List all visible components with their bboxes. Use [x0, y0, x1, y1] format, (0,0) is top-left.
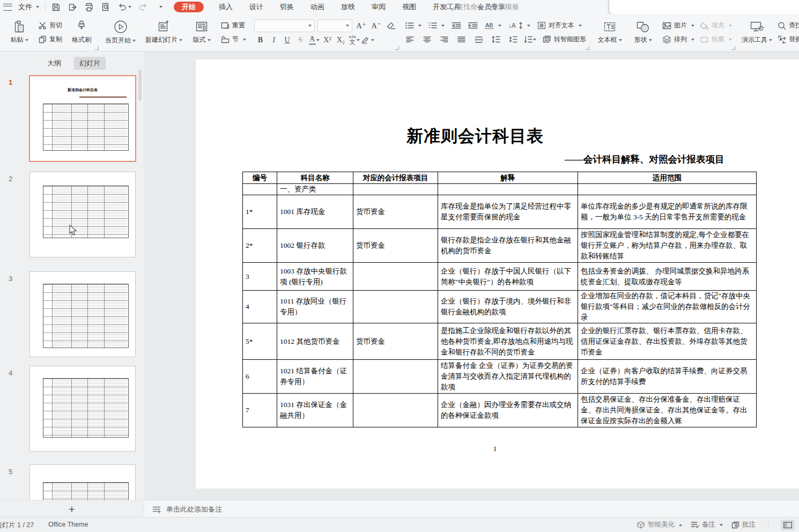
- export-button[interactable]: [66, 1, 79, 13]
- undo-button[interactable]: [116, 1, 133, 13]
- notes-bar[interactable]: 单击此处添加备注: [144, 500, 799, 518]
- command-search[interactable]: 查找命令、搜索模板: [445, 2, 519, 12]
- tab-slides-pane[interactable]: 幻灯片: [74, 57, 106, 70]
- thumbnail-scrollbar[interactable]: [138, 70, 142, 101]
- increase-indent-button[interactable]: [467, 20, 479, 32]
- menu-icon[interactable]: [3, 4, 12, 11]
- tab-design[interactable]: 设计: [248, 2, 265, 12]
- decrease-font-button[interactable]: A⁻: [370, 20, 382, 32]
- bullets-button[interactable]: [404, 20, 423, 32]
- chevron-down-icon: [36, 6, 39, 8]
- text-box-button[interactable]: 文本框: [594, 20, 625, 45]
- align-text-button[interactable]: 对齐文本: [536, 20, 583, 32]
- beautify-icon: [637, 521, 645, 529]
- fill-button[interactable]: 填充: [698, 20, 734, 32]
- picture-button[interactable]: 图片: [661, 20, 696, 32]
- smart-graphic-button[interactable]: 转智能图形: [541, 34, 588, 46]
- slide-title[interactable]: 新准则会计科目表: [406, 125, 544, 147]
- save-button[interactable]: [49, 1, 62, 13]
- file-menu[interactable]: 文件: [16, 1, 41, 13]
- subscript-button[interactable]: X₂: [335, 34, 347, 46]
- shapes-icon: [636, 20, 650, 33]
- play-from-current-button[interactable]: 当页开始: [103, 20, 137, 45]
- tab-view[interactable]: 视图: [401, 2, 418, 12]
- add-slide-button[interactable]: +: [69, 504, 75, 515]
- replace-button[interactable]: 替换: [776, 34, 799, 46]
- slide-thumbnail-1[interactable]: 新准则会计科目表: [29, 75, 136, 162]
- align-left-button[interactable]: [404, 34, 416, 46]
- insert-dialog-launcher[interactable]: [731, 46, 735, 50]
- underline-button[interactable]: U: [281, 34, 293, 46]
- copy-button[interactable]: 复制: [37, 34, 64, 46]
- customize-toolbar-button[interactable]: [153, 1, 166, 13]
- presentation-tools-button[interactable]: 演示工具: [740, 20, 774, 45]
- print-button[interactable]: [83, 1, 95, 13]
- section-label: 一、资产类: [277, 184, 353, 195]
- find-button[interactable]: 查找: [776, 20, 799, 32]
- redo-button[interactable]: [137, 1, 150, 13]
- slide-thumbnail-2[interactable]: [29, 172, 136, 257]
- slide-number: 3: [9, 275, 19, 283]
- clear-format-button[interactable]: [385, 20, 397, 32]
- notes-toggle-button[interactable]: 备注: [691, 520, 723, 529]
- para-spacing-before-button[interactable]: [507, 34, 519, 46]
- tab-outline-pane[interactable]: 大纲: [42, 57, 66, 70]
- normal-view-toggle[interactable]: [781, 520, 795, 530]
- font-dialog-launcher[interactable]: [395, 46, 399, 50]
- arrange-button[interactable]: 排列: [661, 34, 696, 46]
- col-header: 科目名称: [277, 172, 353, 184]
- strikethrough-button[interactable]: S: [294, 34, 307, 46]
- slide-canvas[interactable]: 新准则会计科目表 ——会计科目解释、对照会计报表项目 编号 科目名称 对应的会计…: [144, 51, 799, 500]
- font-color-button[interactable]: A: [308, 34, 320, 46]
- highlight-button[interactable]: [361, 34, 374, 46]
- comment-button[interactable]: 批注: [731, 520, 756, 529]
- change-case-button[interactable]: AB: [483, 20, 503, 32]
- new-slide-button[interactable]: 新建幻灯片: [144, 20, 184, 45]
- tab-animation[interactable]: 动画: [309, 2, 326, 12]
- italic-button[interactable]: I: [268, 34, 280, 46]
- text-direction-button[interactable]: ↓A: [507, 20, 532, 32]
- justify-button[interactable]: [455, 34, 468, 46]
- shapes-button[interactable]: 形状: [627, 20, 659, 45]
- font-family-combo[interactable]: [254, 19, 315, 32]
- accounting-table[interactable]: 编号 科目名称 对应的会计报表项目 解释 适用范围 一、资产类 1*1001 库…: [242, 172, 757, 427]
- undo-dropdown-icon[interactable]: [128, 6, 131, 8]
- paste-button[interactable]: 粘贴: [4, 20, 35, 45]
- slide-subtitle[interactable]: ——会计科目解释、对照会计报表项目: [565, 153, 724, 166]
- align-center-button[interactable]: [421, 34, 433, 46]
- tab-transition[interactable]: 切换: [278, 2, 295, 12]
- slide-thumbnail-3[interactable]: [29, 271, 136, 357]
- tab-review[interactable]: 审阅: [370, 2, 387, 12]
- bold-button[interactable]: B: [254, 34, 267, 46]
- para-spacing-after-button[interactable]: [524, 34, 536, 46]
- new-slide-icon: [158, 20, 171, 33]
- section-button[interactable]: 节: [219, 34, 248, 46]
- pinyin-guide-button[interactable]: wén文: [348, 34, 360, 46]
- smart-beautify-button[interactable]: 智能美化: [637, 520, 682, 529]
- tab-home[interactable]: 开始: [174, 2, 204, 12]
- format-painter-button[interactable]: 格式刷: [66, 20, 97, 45]
- cut-button[interactable]: 剪切: [37, 20, 64, 32]
- clipboard-dialog-launcher[interactable]: [95, 46, 99, 50]
- tab-insert[interactable]: 插入: [217, 2, 234, 12]
- layout-button[interactable]: 版式: [186, 20, 217, 45]
- align-left-icon: [406, 36, 414, 43]
- slide-thumbnail-5[interactable]: [29, 464, 136, 500]
- numbering-button[interactable]: [427, 20, 446, 32]
- tab-slideshow[interactable]: 放映: [339, 2, 357, 12]
- superscript-button[interactable]: X²: [321, 34, 334, 46]
- align-center-icon: [423, 36, 431, 43]
- increase-font-button[interactable]: A⁺: [355, 20, 367, 32]
- paragraph-dialog-launcher[interactable]: [586, 46, 589, 50]
- decrease-indent-button[interactable]: [450, 20, 463, 32]
- reset-icon: [221, 21, 230, 29]
- line-spacing-button[interactable]: [490, 34, 502, 46]
- align-right-button[interactable]: [438, 34, 450, 46]
- print-preview-button[interactable]: [99, 1, 112, 13]
- outline-button[interactable]: 轮廓: [698, 34, 734, 46]
- reset-button[interactable]: 重置: [219, 20, 248, 32]
- font-size-combo[interactable]: [317, 19, 352, 32]
- slide-page[interactable]: 新准则会计科目表 ——会计科目解释、对照会计报表项目 编号 科目名称 对应的会计…: [196, 60, 799, 489]
- slide-thumbnail-4[interactable]: [29, 366, 136, 452]
- distribute-button[interactable]: [472, 34, 485, 46]
